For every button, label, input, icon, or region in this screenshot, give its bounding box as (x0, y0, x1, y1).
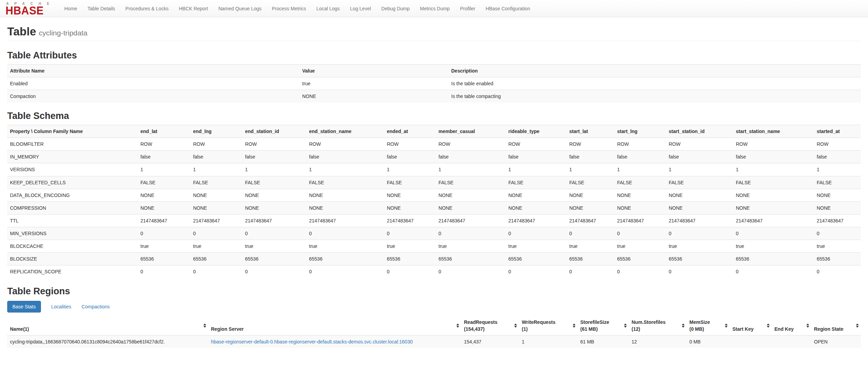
schema-property-name: BLOCKSIZE (7, 252, 138, 265)
nav-item-home[interactable]: Home (59, 0, 82, 17)
cell: 2147483647 (814, 214, 861, 227)
table-regions-head: Name(1)Region ServerReadRequests(154,437… (7, 316, 861, 336)
cell: NONE (436, 201, 506, 214)
region-tabs: Base Stats Localities Compactions (7, 301, 861, 313)
tab-base-stats[interactable]: Base Stats (7, 301, 41, 313)
tab-localities[interactable]: Localities (51, 301, 71, 312)
cell: true (733, 240, 814, 252)
nav-item-debug-dump[interactable]: Debug Dump (376, 0, 415, 17)
cell: false (242, 151, 306, 163)
cell: FALSE (436, 176, 506, 189)
cell: NONE (299, 90, 448, 103)
cell: FALSE (242, 176, 306, 189)
cell: false (666, 151, 733, 163)
cell: 0 (242, 265, 306, 278)
regions-col-region-state[interactable]: Region State (811, 316, 861, 336)
nav-item-hbck-report[interactable]: HBCK Report (174, 0, 213, 17)
cell: 2147483647 (436, 214, 506, 227)
region-name: cycling-tripdata,,1663687070640.06131c80… (7, 335, 208, 348)
cell: NONE (138, 201, 190, 214)
cell: Is the table enabled (448, 77, 861, 90)
nav-item-process-metrics[interactable]: Process Metrics (267, 0, 311, 17)
cell: true (436, 240, 506, 252)
regions-col-writerequests[interactable]: WriteRequests(1) (519, 316, 578, 336)
regions-col-end-key[interactable]: End Key (772, 316, 811, 336)
nav-item-metrics-dump[interactable]: Metrics Dump (415, 0, 455, 17)
regions-col-start-key[interactable]: Start Key (730, 316, 772, 336)
schema-property-name: MIN_VERSIONS (7, 227, 138, 240)
cell: true (299, 77, 448, 90)
end-key (772, 335, 811, 348)
cell: true (567, 240, 614, 252)
nav-item-local-logs[interactable]: Local Logs (311, 0, 345, 17)
tab-compactions[interactable]: Compactions (82, 301, 110, 312)
schema-property-name: TTL (7, 214, 138, 227)
schema-family-end-lat: end_lat (138, 125, 190, 138)
regions-col-readrequests[interactable]: ReadRequests(154,437) (461, 316, 519, 336)
cell: false (733, 151, 814, 163)
cell: NONE (666, 189, 733, 201)
nav-item-log-level[interactable]: Log Level (345, 0, 376, 17)
cell: FALSE (138, 176, 190, 189)
cell: NONE (242, 201, 306, 214)
cell: NONE (138, 189, 190, 201)
cell: true (614, 240, 666, 252)
cell: 65536 (138, 252, 190, 265)
nav-item-table-details[interactable]: Table Details (82, 0, 120, 17)
cell: 65536 (242, 252, 306, 265)
schema-property-name: VERSIONS (7, 163, 138, 176)
column-label: End Key (774, 326, 804, 332)
nav-item-procedures-locks[interactable]: Procedures & Locks (120, 0, 173, 17)
region-server-link[interactable]: hbase-regionserver-default-0.hbase-regio… (211, 339, 413, 344)
table-attributes-body: Attribute NameValueDescriptionEnabledtru… (7, 65, 861, 103)
cell: 2147483647 (666, 214, 733, 227)
cell: ROW (814, 138, 861, 151)
cell: false (567, 151, 614, 163)
cell: ROW (666, 138, 733, 151)
hbase-logo[interactable]: A P A C H E HBASE (6, 0, 52, 17)
sort-icon (767, 324, 770, 328)
cell: 1 (814, 163, 861, 176)
cell: NONE (384, 189, 436, 201)
regions-col-memsize[interactable]: MemSize(0 MB) (687, 316, 730, 336)
cell: true (138, 240, 190, 252)
sort-icon (514, 324, 517, 328)
nav-item-profiler[interactable]: Profiler (455, 0, 480, 17)
table-row: CompactionNONEIs the table compacting (7, 90, 861, 103)
attributes-col-value: Value (299, 65, 448, 77)
schema-property-name: BLOOMFILTER (7, 138, 138, 151)
table-row: TTL2147483647214748364721474836472147483… (7, 214, 861, 227)
cell: FALSE (506, 176, 567, 189)
table-schema-heading: Table Schema (7, 111, 861, 121)
cell: 1 (614, 163, 666, 176)
regions-col-storefilesize[interactable]: StorefileSize(61 MB) (578, 316, 629, 336)
column-label: Num.Storefiles (632, 319, 680, 326)
cell: ROW (614, 138, 666, 151)
cell: 65536 (733, 252, 814, 265)
cell: 0 (567, 265, 614, 278)
cell: 0 (190, 265, 242, 278)
column-label: Name(1) (10, 326, 201, 332)
regions-col-name-1[interactable]: Name(1) (7, 316, 208, 336)
cell: 2147483647 (614, 214, 666, 227)
schema-family-rideable-type: rideable_type (506, 125, 567, 138)
regions-col-region-server[interactable]: Region Server (208, 316, 461, 336)
num-storefiles: 12 (629, 335, 687, 348)
table-regions-body: cycling-tripdata,,1663687070640.06131c80… (7, 335, 861, 348)
cell: 1 (306, 163, 384, 176)
cell: 0 (614, 265, 666, 278)
cell: 0 (814, 265, 861, 278)
schema-family-start-station-id: start_station_id (666, 125, 733, 138)
column-sublabel: (12) (632, 326, 680, 332)
cell: true (242, 240, 306, 252)
nav-item-named-queue-logs[interactable]: Named Queue Logs (213, 0, 266, 17)
cell: ROW (436, 138, 506, 151)
table-row: BLOOMFILTERROWROWROWROWROWROWROWROWROWRO… (7, 138, 861, 151)
cell: 0 (666, 227, 733, 240)
nav-item-hbase-configuration[interactable]: HBase Configuration (480, 0, 535, 17)
regions-col-num-storefiles[interactable]: Num.Storefiles(12) (629, 316, 687, 336)
schema-family-end-station-name: end_station_name (306, 125, 384, 138)
table-name: cycling-tripdata (39, 29, 87, 37)
column-label: ReadRequests (464, 319, 512, 326)
cell: 0 (384, 227, 436, 240)
